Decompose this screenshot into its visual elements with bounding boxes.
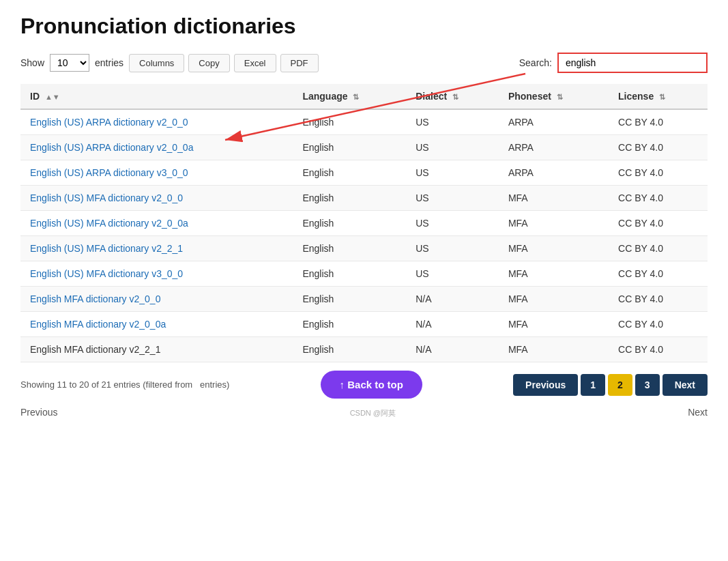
table-cell-phoneset: ARPA xyxy=(499,135,609,160)
table-cell-dialect: US xyxy=(406,236,499,261)
table-cell-id: English (US) MFA dictionary v2_0_0a xyxy=(20,211,293,236)
showing-text: Showing 11 to 20 of 21 entries (filtered… xyxy=(20,379,229,390)
table-cell-id: English MFA dictionary v2_0_0 xyxy=(20,287,293,312)
table-cell-language: English xyxy=(293,337,406,362)
columns-button[interactable]: Columns xyxy=(129,54,184,72)
table-cell-language: English xyxy=(293,312,406,337)
page-1-button[interactable]: 1 xyxy=(581,374,605,396)
table-row: English (US) MFA dictionary v2_2_1Englis… xyxy=(20,236,708,261)
phoneset-sort-icon: ⇅ xyxy=(557,93,563,102)
search-input[interactable] xyxy=(557,53,708,73)
table-cell-phoneset: MFA xyxy=(499,211,609,236)
table-cell-phoneset: ARPA xyxy=(499,160,609,186)
id-sort-icon: ▲▼ xyxy=(45,93,60,101)
table-row: English (US) MFA dictionary v3_0_0Englis… xyxy=(20,261,708,287)
dictionary-link[interactable]: English (US) MFA dictionary v2_0_0a xyxy=(30,218,188,229)
table-cell-id: English (US) ARPA dictionary v2_0_0a xyxy=(20,135,293,160)
footer-row: Showing 11 to 20 of 21 entries (filtered… xyxy=(20,371,708,399)
table-cell-language: English xyxy=(293,287,406,312)
table-cell-phoneset: MFA xyxy=(499,287,609,312)
table-cell-language: English xyxy=(293,186,406,211)
watermark: CSDN @阿莫 xyxy=(350,408,396,418)
table-cell-license: CC BY 4.0 xyxy=(609,186,708,211)
dictionary-link[interactable]: English (US) MFA dictionary v2_2_1 xyxy=(30,243,183,254)
table-cell-license: CC BY 4.0 xyxy=(609,337,708,362)
table-cell-dialect: US xyxy=(406,160,499,186)
table-row: English (US) ARPA dictionary v2_0_0Engli… xyxy=(20,109,708,135)
table-cell-id: English MFA dictionary v2_0_0a xyxy=(20,312,293,337)
export-buttons: Columns Copy Excel PDF xyxy=(129,54,318,72)
dictionary-link[interactable]: English MFA dictionary v2_0_0a xyxy=(30,319,166,330)
page-title: Pronunciation dictionaries xyxy=(20,14,708,39)
table-row: English (US) MFA dictionary v2_0_0aEngli… xyxy=(20,211,708,236)
language-col-header[interactable]: Language ⇅ xyxy=(293,84,406,109)
table-row: English (US) ARPA dictionary v2_0_0aEngl… xyxy=(20,135,708,160)
dictionary-link[interactable]: English (US) MFA dictionary v3_0_0 xyxy=(30,268,183,279)
table-cell-id: English (US) ARPA dictionary v2_0_0 xyxy=(20,109,293,135)
pagination: Previous 1 2 3 Next xyxy=(513,374,708,396)
dictionary-link[interactable]: English (US) ARPA dictionary v2_0_0a xyxy=(30,142,193,153)
table-cell-license: CC BY 4.0 xyxy=(609,160,708,186)
license-col-header[interactable]: License ⇅ xyxy=(609,84,708,109)
table-cell-license: CC BY 4.0 xyxy=(609,211,708,236)
table-cell-dialect: US xyxy=(406,211,499,236)
entries-select[interactable]: 10 25 50 100 xyxy=(50,54,89,72)
back-to-top-button[interactable]: ↑ Back to top xyxy=(321,371,422,399)
show-label: Show xyxy=(20,57,44,68)
dictionaries-table: ID ▲▼ Language ⇅ Dialect ⇅ Phoneset ⇅ Li… xyxy=(20,84,708,362)
table-cell-phoneset: MFA xyxy=(499,236,609,261)
table-cell-license: CC BY 4.0 xyxy=(609,261,708,287)
pdf-button[interactable]: PDF xyxy=(280,54,319,72)
bottom-previous-link[interactable]: Previous xyxy=(20,407,57,418)
copy-button[interactable]: Copy xyxy=(188,54,229,72)
table-cell-language: English xyxy=(293,160,406,186)
table-cell-license: CC BY 4.0 xyxy=(609,312,708,337)
dictionary-link[interactable]: English (US) MFA dictionary v2_0_0 xyxy=(30,192,183,203)
previous-button[interactable]: Previous xyxy=(513,374,578,396)
license-sort-icon: ⇅ xyxy=(659,93,665,102)
table-cell-dialect: N/A xyxy=(406,287,499,312)
excel-button[interactable]: Excel xyxy=(234,54,276,72)
table-row: English (US) MFA dictionary v2_0_0Englis… xyxy=(20,186,708,211)
dictionary-link[interactable]: English (US) ARPA dictionary v3_0_0 xyxy=(30,167,188,178)
table-cell-license: CC BY 4.0 xyxy=(609,236,708,261)
table-cell-dialect: US xyxy=(406,186,499,211)
table-cell-id: English (US) MFA dictionary v3_0_0 xyxy=(20,261,293,287)
table-header: ID ▲▼ Language ⇅ Dialect ⇅ Phoneset ⇅ Li… xyxy=(20,84,708,109)
bottom-nav-row: Previous CSDN @阿莫 Next xyxy=(20,405,708,418)
table-row: English (US) ARPA dictionary v3_0_0Engli… xyxy=(20,160,708,186)
table-cell-language: English xyxy=(293,135,406,160)
table-cell-phoneset: MFA xyxy=(499,186,609,211)
table-cell-id: English (US) MFA dictionary v2_2_1 xyxy=(20,236,293,261)
phoneset-col-header[interactable]: Phoneset ⇅ xyxy=(499,84,609,109)
dictionary-link[interactable]: English (US) ARPA dictionary v2_0_0 xyxy=(30,117,188,128)
dialect-col-header[interactable]: Dialect ⇅ xyxy=(406,84,499,109)
table-cell-language: English xyxy=(293,236,406,261)
table-row: English MFA dictionary v2_0_0EnglishN/AM… xyxy=(20,287,708,312)
table-cell-phoneset: MFA xyxy=(499,337,609,362)
page-3-button[interactable]: 3 xyxy=(635,374,660,396)
dictionary-link[interactable]: English MFA dictionary v2_0_0 xyxy=(30,293,160,304)
table-cell-language: English xyxy=(293,109,406,135)
table-cell-id: English (US) MFA dictionary v2_0_0 xyxy=(20,186,293,211)
table-cell-language: English xyxy=(293,261,406,287)
bottom-next-link[interactable]: Next xyxy=(688,407,708,418)
table-cell-dialect: US xyxy=(406,135,499,160)
table-cell-license: CC BY 4.0 xyxy=(609,109,708,135)
table-row: English MFA dictionary v2_0_0aEnglishN/A… xyxy=(20,312,708,337)
table-body: English (US) ARPA dictionary v2_0_0Engli… xyxy=(20,109,708,362)
id-col-header[interactable]: ID ▲▼ xyxy=(20,84,293,109)
page-2-button[interactable]: 2 xyxy=(608,374,632,396)
next-button[interactable]: Next xyxy=(663,374,708,396)
table-cell-phoneset: MFA xyxy=(499,312,609,337)
entries-label: entries xyxy=(95,57,123,68)
table-cell-license: CC BY 4.0 xyxy=(609,287,708,312)
table-cell-license: CC BY 4.0 xyxy=(609,135,708,160)
table-cell-dialect: N/A xyxy=(406,337,499,362)
language-sort-icon: ⇅ xyxy=(353,93,359,102)
controls-row: Show 10 25 50 100 entries Columns Copy E… xyxy=(20,53,708,73)
table-cell-dialect: US xyxy=(406,261,499,287)
table-cell-dialect: US xyxy=(406,109,499,135)
table-cell-language: English xyxy=(293,211,406,236)
table-cell-phoneset: ARPA xyxy=(499,109,609,135)
